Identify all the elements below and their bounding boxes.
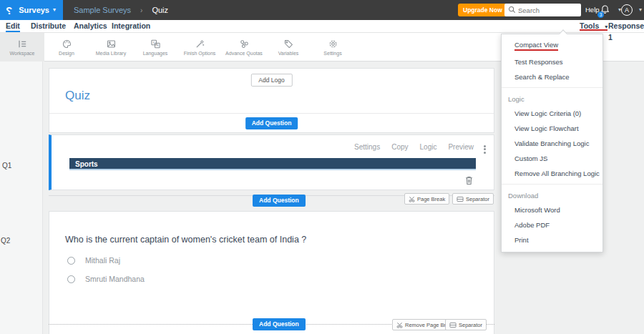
tab-integration[interactable]: Integration xyxy=(112,20,150,32)
toolbar-label: Languages xyxy=(143,51,168,56)
divider xyxy=(49,113,494,114)
toolbar-item-design[interactable]: Design xyxy=(44,33,89,62)
toolbar-label: Variables xyxy=(278,51,299,56)
question-id-q2: Q2 xyxy=(1,237,10,245)
chevron-down-icon: ▾ xyxy=(53,7,56,13)
answer-option-label: Mithali Raj xyxy=(85,256,120,265)
question-logic-link[interactable]: Logic xyxy=(420,143,437,151)
product-label: Surveys xyxy=(19,6,49,14)
menu-divider xyxy=(502,184,602,185)
variables-icon xyxy=(283,39,294,49)
menu-item-search-replace[interactable]: Search & Replace xyxy=(502,69,602,84)
toolbar-item-languages[interactable]: x A Languages xyxy=(133,33,177,62)
toolbar-label: Settings xyxy=(323,51,341,56)
global-search xyxy=(504,4,581,16)
add-logo-button[interactable]: Add Logo xyxy=(250,74,292,87)
design-icon xyxy=(62,39,72,49)
kebab-menu-icon[interactable] xyxy=(484,144,486,154)
breadcrumb-separator-icon: › xyxy=(140,6,142,14)
tab-edit[interactable]: Edit xyxy=(6,20,20,32)
survey-builder-app: ? Surveys ▾ Sample Surveys › Quiz Upgrad… xyxy=(0,0,644,334)
separator-button[interactable]: Separator xyxy=(445,319,487,330)
delete-question-button[interactable] xyxy=(464,175,474,185)
help-link[interactable]: Help xyxy=(585,0,600,20)
upgrade-now-button[interactable]: Upgrade Now xyxy=(458,4,507,16)
toolbar-item-variables[interactable]: Variables xyxy=(266,33,311,62)
menu-section-download: Download xyxy=(502,187,602,202)
scissors-icon xyxy=(409,196,415,202)
menu-section-logic: Logic xyxy=(502,91,602,106)
chevron-down-icon[interactable]: ▾ xyxy=(639,7,642,13)
question-action-bar: Settings Copy Logic Preview xyxy=(354,143,474,151)
settings-icon xyxy=(328,39,338,49)
add-question-button-mid[interactable]: Add Question xyxy=(253,195,306,207)
page-break-button[interactable]: Page Break xyxy=(404,193,449,205)
menu-item-validate-branching-logic[interactable]: Validate Branching Logic xyxy=(502,136,602,151)
question-block-q1[interactable]: Settings Copy Logic Preview Sports xyxy=(49,134,494,190)
question-copy-link[interactable]: Copy xyxy=(391,143,408,151)
toolbar-item-finish-options[interactable]: Finish Options xyxy=(177,33,222,62)
menu-item-adobe-pdf[interactable]: Adobe PDF xyxy=(502,217,602,232)
tab-analytics[interactable]: Analytics xyxy=(74,20,107,32)
notifications-button[interactable]: 3 xyxy=(600,4,611,16)
add-question-button-bottom[interactable]: Add Question xyxy=(253,318,306,330)
menu-item-print[interactable]: Print xyxy=(502,232,602,247)
separator-label: Separator xyxy=(466,196,489,202)
separator-icon xyxy=(457,196,464,202)
svg-text:x: x xyxy=(152,41,155,44)
trash-icon xyxy=(464,175,474,185)
separator-button[interactable]: Separator xyxy=(452,193,494,205)
menu-item-compact-view[interactable]: Compact View xyxy=(502,37,602,54)
add-question-button-top[interactable]: Add Question xyxy=(245,117,298,129)
menu-divider xyxy=(502,87,602,88)
chevron-down-icon: ▾ xyxy=(605,24,608,30)
survey-header-card: Add Logo Quiz Add Question xyxy=(49,68,494,133)
tools-menu-button[interactable]: Tools ▾ xyxy=(580,20,608,31)
toolbar-item-advance-quotas[interactable]: Advance Quotas xyxy=(222,33,266,62)
separator-icon xyxy=(449,322,457,328)
toolbar-label: Finish Options xyxy=(184,51,216,56)
menu-item-label: Compact View xyxy=(514,41,558,51)
question-settings-link[interactable]: Settings xyxy=(354,143,380,151)
survey-nav: Edit Distribute Analytics Integration To… xyxy=(0,20,644,33)
question-preview-link[interactable]: Preview xyxy=(448,143,474,151)
toolbar-label: Workspace xyxy=(10,51,35,56)
finish-options-icon xyxy=(195,39,205,49)
toolbar-item-workspace[interactable]: Workspace xyxy=(0,33,44,62)
svg-text:A: A xyxy=(156,44,159,47)
question-block-q2[interactable]: Who is the current captain of women's cr… xyxy=(49,211,494,334)
scissors-icon xyxy=(396,322,403,328)
tools-dropdown-menu: Compact View Test Responses Search & Rep… xyxy=(501,34,603,252)
breadcrumb: Sample Surveys › Quiz xyxy=(74,0,168,20)
toolbar-label: Media Library xyxy=(96,51,126,56)
top-bar: ? Surveys ▾ Sample Surveys › Quiz Upgrad… xyxy=(0,0,644,20)
question-title-input[interactable]: Sports xyxy=(69,158,476,170)
toolbar-item-media-library[interactable]: Media Library xyxy=(89,33,133,62)
page-break-label: Page Break xyxy=(417,196,445,202)
menu-item-remove-all-branching-logic[interactable]: Remove All Branching Logic xyxy=(502,166,602,181)
answer-option[interactable]: Smruti Mandhana xyxy=(67,275,145,283)
avatar[interactable]: A xyxy=(621,4,633,16)
toolbar-item-settings[interactable]: Settings xyxy=(311,33,355,62)
radio-icon[interactable] xyxy=(67,275,75,283)
workspace-icon xyxy=(17,39,28,49)
radio-icon[interactable] xyxy=(67,257,75,265)
menu-item-view-logic-criteria[interactable]: View Logic Criteria (0) xyxy=(502,106,602,121)
product-menu[interactable]: ? Surveys ▾ xyxy=(0,0,63,20)
search-input[interactable] xyxy=(504,4,581,16)
menu-item-custom-js[interactable]: Custom JS xyxy=(502,151,602,166)
question-id-q1: Q1 xyxy=(2,162,11,170)
menu-item-view-logic-flowchart[interactable]: View Logic Flowchart xyxy=(502,121,602,136)
survey-title[interactable]: Quiz xyxy=(65,89,90,103)
menu-item-microsoft-word[interactable]: Microsoft Word xyxy=(502,202,602,217)
breadcrumb-parent[interactable]: Sample Surveys xyxy=(74,6,131,14)
question-text[interactable]: Who is the current captain of women's cr… xyxy=(65,235,306,245)
notification-badge: 3 xyxy=(597,11,604,18)
answer-option[interactable]: Mithali Raj xyxy=(67,256,120,265)
languages-icon: x A xyxy=(150,39,161,49)
questionpro-logo-icon: ? xyxy=(6,4,12,16)
response-count[interactable]: Response: 1 xyxy=(608,20,644,32)
menu-item-test-responses[interactable]: Test Responses xyxy=(502,54,602,69)
advance-quotas-icon xyxy=(239,39,250,49)
tab-distribute[interactable]: Distribute xyxy=(31,20,66,32)
